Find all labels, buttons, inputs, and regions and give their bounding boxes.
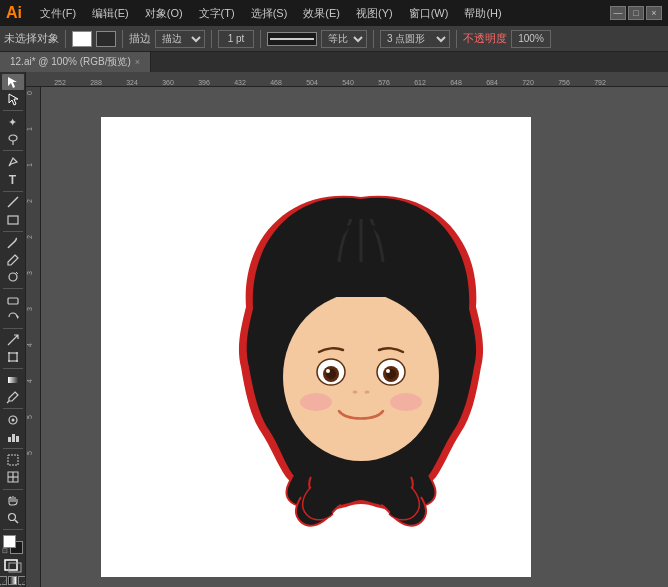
tool-sep-1 — [3, 110, 23, 111]
menu-effect[interactable]: 效果(E) — [295, 4, 348, 23]
menu-bar: 文件(F) 编辑(E) 对象(O) 文字(T) 选择(S) 效果(E) 视图(Y… — [32, 4, 610, 23]
select-tool[interactable] — [2, 74, 24, 90]
menu-select[interactable]: 选择(S) — [243, 4, 296, 23]
zoom-tool[interactable] — [2, 509, 24, 525]
separator-6 — [456, 30, 457, 48]
blob-brush-tool[interactable] — [2, 269, 24, 285]
pencil-tool[interactable] — [2, 252, 24, 268]
default-colors-icon[interactable]: ⊡ — [2, 547, 8, 555]
menu-type[interactable]: 文字(T) — [191, 4, 243, 23]
tool-sep-4 — [3, 231, 23, 232]
svg-rect-5 — [8, 298, 18, 304]
main-area: ✦ T — [0, 72, 668, 587]
tool-sep-6 — [3, 328, 23, 329]
fill-swatch[interactable] — [72, 31, 92, 47]
artboard — [101, 117, 531, 577]
eye-right — [377, 359, 405, 385]
lasso-tool[interactable] — [2, 131, 24, 147]
app-logo: Ai — [6, 4, 22, 22]
svg-point-9 — [16, 352, 18, 354]
symbol-tool[interactable] — [2, 412, 24, 428]
gradient-tool[interactable] — [2, 372, 24, 388]
svg-line-27 — [0, 580, 6, 587]
pen-tool[interactable] — [2, 154, 24, 170]
none-gradient-area — [0, 576, 26, 585]
options-bar: 未选择对象 描边 描边 等比 3 点圆形 不透明度 — [0, 26, 668, 52]
work-row: 0 1 1 2 2 3 3 4 4 5 5 — [26, 87, 668, 587]
svg-point-8 — [8, 352, 10, 354]
separator-1 — [65, 30, 66, 48]
slice-tool[interactable] — [2, 469, 24, 485]
svg-line-13 — [7, 401, 9, 403]
shape-dropdown[interactable]: 3 点圆形 — [380, 30, 450, 48]
horizontal-ruler: 252 288 324 360 396 432 468 504 540 576 … — [26, 72, 668, 87]
svg-rect-25 — [5, 560, 17, 570]
transparency-label: 不透明度 — [463, 31, 507, 46]
direct-select-tool[interactable] — [2, 91, 24, 107]
svg-point-23 — [8, 513, 15, 520]
fill-stroke-icon[interactable] — [3, 558, 23, 574]
menu-view[interactable]: 视图(Y) — [348, 4, 401, 23]
stroke-swatch[interactable] — [96, 31, 116, 47]
menu-window[interactable]: 窗口(W) — [401, 4, 457, 23]
svg-point-37 — [386, 369, 390, 373]
tool-sep-2 — [3, 150, 23, 151]
rect-tool[interactable] — [2, 212, 24, 228]
svg-point-11 — [16, 360, 18, 362]
svg-point-0 — [9, 135, 17, 141]
tab-close-button[interactable]: × — [135, 57, 140, 67]
bar-graph-tool[interactable] — [2, 429, 24, 445]
hand-tool[interactable] — [2, 492, 24, 508]
tool-sep-10 — [3, 489, 23, 490]
fill-stroke-area — [3, 558, 23, 574]
eraser-tool[interactable] — [2, 292, 24, 308]
tab-name: 12.ai* @ 100% (RGB/预览) — [10, 55, 131, 69]
tool-sep-7 — [3, 368, 23, 369]
pattern-icon[interactable] — [18, 576, 26, 585]
menu-help[interactable]: 帮助(H) — [456, 4, 509, 23]
artboard-tool[interactable] — [2, 452, 24, 468]
window-controls: — □ × — [610, 6, 662, 20]
minimize-button[interactable]: — — [610, 6, 626, 20]
scale-tool[interactable] — [2, 332, 24, 348]
menu-edit[interactable]: 编辑(E) — [84, 4, 137, 23]
svg-point-15 — [11, 419, 14, 422]
svg-line-28 — [19, 580, 26, 587]
rotate-tool[interactable] — [2, 309, 24, 325]
title-bar: Ai 文件(F) 编辑(E) 对象(O) 文字(T) 选择(S) 效果(E) 视… — [0, 0, 668, 26]
content-area: 252 288 324 360 396 432 468 504 540 576 … — [26, 72, 668, 587]
type-tool[interactable]: T — [2, 171, 24, 187]
svg-rect-18 — [16, 436, 19, 442]
proportion-dropdown[interactable]: 等比 — [321, 30, 367, 48]
transparency-input[interactable] — [511, 30, 551, 48]
menu-file[interactable]: 文件(F) — [32, 4, 84, 23]
brush-tool[interactable] — [2, 234, 24, 250]
separator-5 — [373, 30, 374, 48]
stroke-width-input[interactable] — [218, 30, 254, 48]
svg-rect-12 — [8, 377, 18, 383]
eyedropper-tool[interactable] — [2, 389, 24, 405]
svg-point-4 — [9, 273, 17, 281]
tab-bar: 12.ai* @ 100% (RGB/预览) × — [0, 52, 668, 72]
line-tool[interactable] — [2, 194, 24, 210]
illustration — [211, 167, 511, 539]
stroke-mode-label: 描边 — [129, 31, 151, 46]
stroke-dropdown[interactable]: 描边 — [155, 30, 205, 48]
nose-right — [365, 391, 370, 394]
document-tab[interactable]: 12.ai* @ 100% (RGB/预览) × — [0, 52, 151, 72]
vertical-ruler: 0 1 1 2 2 3 3 4 4 5 5 — [26, 87, 41, 587]
character-svg — [211, 167, 511, 537]
svg-rect-17 — [12, 434, 15, 442]
canvas-area[interactable] — [41, 87, 668, 587]
svg-point-33 — [326, 369, 330, 373]
stroke-line — [270, 38, 314, 40]
gradient-icon[interactable] — [8, 576, 17, 585]
free-transform-tool[interactable] — [2, 349, 24, 365]
nose-left — [353, 391, 358, 394]
maximize-button[interactable]: □ — [628, 6, 644, 20]
close-button[interactable]: × — [646, 6, 662, 20]
none-icon[interactable] — [0, 576, 7, 585]
magic-wand-tool[interactable]: ✦ — [2, 114, 24, 130]
tool-sep-5 — [3, 288, 23, 289]
menu-object[interactable]: 对象(O) — [137, 4, 191, 23]
